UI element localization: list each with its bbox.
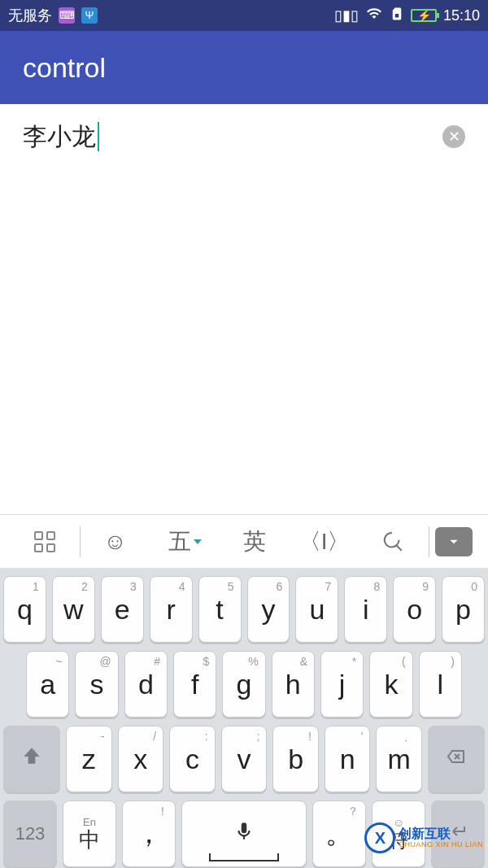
key-v[interactable]: ;v [221, 726, 268, 792]
key-hint: 1 [33, 580, 39, 593]
key-b[interactable]: !b [272, 726, 319, 792]
key-hint: ~ [55, 655, 62, 668]
wubi-label: 五 [168, 526, 191, 557]
key-e[interactable]: 3e [101, 576, 144, 643]
eng-label: 英 [243, 526, 266, 557]
key-i[interactable]: 8i [344, 576, 387, 643]
text-input-value: 李小龙 [23, 122, 99, 151]
key-main: s [90, 669, 104, 700]
key-main: j [339, 669, 346, 700]
key-h[interactable]: &h [272, 651, 315, 718]
key-z[interactable]: -z [66, 726, 112, 792]
carrier-label: 无服务 [8, 6, 52, 25]
ime-emoji-button[interactable]: ☺ [81, 524, 150, 560]
shift-icon [21, 746, 42, 773]
key-s[interactable]: @s [75, 651, 118, 718]
spacebar-underline [209, 853, 278, 861]
language-switch-key[interactable]: En 中 [63, 800, 116, 867]
comma-key[interactable]: ！ ， [122, 800, 176, 867]
key-main: w [63, 594, 84, 626]
key-hint: ( [402, 655, 406, 668]
backspace-icon [442, 747, 470, 772]
ime-toolbar: ☺ 五 英 〈I〉 [0, 514, 488, 568]
key-hint: # [154, 655, 160, 668]
wifi-icon [365, 7, 383, 25]
key-hint: 6 [277, 580, 283, 593]
app-bar: control [0, 31, 488, 104]
key-u[interactable]: 7u [295, 576, 338, 643]
key-main: l [438, 669, 444, 700]
key-y[interactable]: 6y [247, 576, 290, 643]
key-p[interactable]: 0p [442, 576, 485, 643]
key-main: h [285, 669, 301, 700]
cursor-icon: 〈I〉 [298, 526, 351, 557]
period-key[interactable]: ？ 。 [312, 800, 366, 867]
key-d[interactable]: #d [124, 651, 168, 718]
key-main: x [133, 744, 147, 775]
key-hint: 9 [422, 580, 429, 593]
numeric-key[interactable]: 123 [3, 800, 57, 867]
clear-input-button[interactable]: ✕ [442, 125, 465, 148]
battery-icon: ⚡ [411, 9, 437, 22]
key-hint: ! [308, 730, 312, 743]
key-f[interactable]: $f [173, 651, 216, 718]
ime-grid-button[interactable] [10, 524, 80, 560]
key-main: v [237, 744, 251, 775]
key-r[interactable]: 4r [150, 576, 193, 643]
space-key[interactable] [181, 800, 307, 867]
key-hint: * [352, 655, 356, 668]
key-c[interactable]: :c [169, 726, 216, 792]
key-main: z [82, 744, 96, 775]
usb-indicator-icon: Ψ [81, 7, 98, 24]
key-main: m [388, 744, 411, 775]
ime-hide-keyboard-button[interactable] [429, 524, 478, 560]
comma-main: ， [135, 815, 163, 853]
key-hint: % [248, 655, 258, 668]
text-input-area[interactable]: 李小龙 ✕ [0, 104, 488, 514]
grid-icon [34, 531, 55, 552]
watermark-logo: X [364, 822, 395, 853]
clock-label: 15:10 [443, 7, 480, 24]
period-hint: ？ [347, 805, 359, 819]
key-x[interactable]: /x [118, 726, 164, 792]
key-main: f [191, 669, 198, 700]
ime-wubi-button[interactable]: 五 [150, 524, 220, 560]
key-w[interactable]: 2w [52, 576, 95, 643]
ime-english-button[interactable]: 英 [220, 524, 290, 560]
key-main: u [309, 594, 325, 626]
key-hint: : [205, 730, 208, 743]
status-bar: 无服务 ⌨ Ψ ▯▮▯ ⚡ 15:10 [0, 0, 488, 31]
sim-icon [390, 6, 404, 26]
key-q[interactable]: 1q [3, 576, 46, 643]
key-n[interactable]: 'n [325, 726, 371, 792]
watermark-text: 创新互联 [399, 827, 483, 840]
key-main: b [288, 744, 303, 775]
key-hint: 7 [325, 580, 332, 593]
key-j[interactable]: *j [320, 651, 364, 718]
key-hint: 4 [179, 580, 185, 593]
key-main: q [17, 594, 33, 626]
mic-icon [233, 819, 255, 849]
key-main: n [340, 744, 355, 775]
key-main: a [40, 669, 55, 700]
emoji-icon: ☺ [103, 529, 127, 555]
ime-search-button[interactable] [359, 524, 429, 560]
keyboard-row-1: 1q2w3e4r5t6y7u8i9o0p [3, 576, 485, 643]
key-hint: @ [99, 655, 111, 668]
key-l[interactable]: )l [419, 651, 462, 718]
ime-cursor-button[interactable]: 〈I〉 [290, 524, 359, 560]
key-main: r [166, 594, 175, 626]
key-m[interactable]: 、m [376, 726, 422, 792]
period-main: 。 [325, 815, 353, 853]
backspace-key[interactable] [428, 726, 485, 792]
keyboard-indicator-icon: ⌨ [59, 7, 75, 24]
watermark: X 创新互联 CHUANG XIN HU LIAN [364, 822, 483, 853]
key-o[interactable]: 9o [393, 576, 436, 643]
key-k[interactable]: (k [369, 651, 412, 718]
shift-key[interactable] [3, 726, 60, 792]
key-t[interactable]: 5t [198, 576, 242, 643]
keyboard-row-3: -z/x:c;v!b'n、m [3, 726, 485, 792]
key-g[interactable]: %g [222, 651, 265, 718]
key-a[interactable]: ~a [26, 651, 69, 718]
key-hint: & [300, 655, 307, 668]
